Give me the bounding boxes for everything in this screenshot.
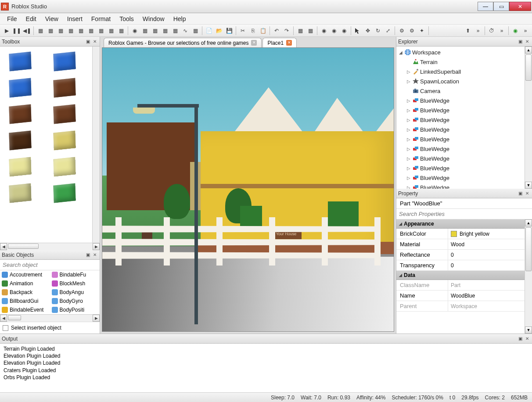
expand-icon[interactable]: ▷	[406, 79, 411, 84]
expand-icon[interactable]: ▷	[406, 185, 411, 189]
expand-icon[interactable]: ▷	[406, 156, 411, 161]
property-row[interactable]: ParentWorkspace	[396, 301, 525, 312]
scroll-right-icon[interactable]: ▶	[93, 315, 100, 322]
expand-icon[interactable]: ▷	[406, 137, 411, 142]
select-inserted-checkbox[interactable]	[3, 325, 8, 331]
menu-format[interactable]: Format	[87, 14, 115, 24]
select-inserted-row[interactable]: Select inserted object	[0, 322, 100, 334]
menu-window[interactable]: Window	[138, 14, 169, 24]
toolbox-item[interactable]	[3, 75, 38, 100]
expand-icon[interactable]: ▷	[406, 127, 411, 132]
toolbar-icon[interactable]: ▦	[191, 26, 200, 36]
tree-row[interactable]: ▷LinkedSuperball	[396, 67, 525, 76]
popout-icon[interactable]: ▣	[517, 39, 523, 45]
paste-icon[interactable]: 📋	[258, 26, 268, 36]
popout-icon[interactable]: ▣	[517, 190, 523, 197]
property-row[interactable]: ClassNamePart	[396, 280, 525, 291]
toolbar-icon[interactable]: ◉	[130, 26, 140, 36]
toolbox-item[interactable]	[3, 128, 38, 153]
toolbox-item[interactable]	[47, 75, 82, 100]
popout-icon[interactable]: ▣	[85, 39, 91, 45]
basic-object-item[interactable]: Backpack	[0, 288, 50, 297]
popout-icon[interactable]: ▣	[85, 252, 91, 258]
dropdown-icon[interactable]: »	[497, 26, 507, 36]
toolbox-item[interactable]	[47, 154, 82, 179]
scroll-thumb[interactable]	[8, 315, 21, 320]
close-icon[interactable]: ✕	[524, 190, 530, 197]
toolbar-icon[interactable]: ⬆	[463, 26, 473, 36]
toolbar-icon[interactable]: ◉	[319, 26, 329, 36]
rotate-icon[interactable]: ↻	[373, 26, 383, 36]
expand-icon[interactable]: ▷	[406, 176, 411, 180]
viewport-3d[interactable]: Your House	[102, 47, 394, 332]
property-section-header[interactable]: ◢Data	[396, 271, 525, 280]
basic-object-item[interactable]: BodyPositi	[50, 305, 100, 314]
scroll-thumb[interactable]	[525, 54, 532, 81]
property-scrollbar[interactable]: ▲ ▼	[525, 219, 532, 334]
toolbar-icon[interactable]: ▦	[56, 26, 65, 36]
basic-object-item[interactable]: BodyGyro	[50, 297, 100, 305]
toolbar-icon[interactable]: ▦	[150, 26, 160, 36]
expand-icon[interactable]: ▷	[406, 98, 411, 103]
scale-icon[interactable]: ⤢	[383, 26, 393, 36]
tree-row[interactable]: ▷BlueWedge	[396, 125, 525, 134]
new-icon[interactable]: 📄	[204, 26, 214, 36]
toolbar-icon[interactable]: ▦	[295, 26, 305, 36]
toolbar-icon[interactable]: ⚙	[407, 26, 417, 36]
scroll-right-icon[interactable]: ▶	[93, 243, 100, 250]
toolbar-icon[interactable]: ▦	[170, 26, 180, 36]
tree-row[interactable]: ▷SpawnLocation	[396, 76, 525, 86]
dropdown-icon[interactable]: »	[473, 26, 483, 36]
toolbar-icon[interactable]: ⚙	[397, 26, 406, 36]
property-row[interactable]: Transparency0	[396, 260, 525, 271]
collapse-icon[interactable]: ◢	[399, 273, 402, 277]
toolbox-item[interactable]	[47, 128, 82, 153]
property-value[interactable]: Bright yellow	[448, 229, 525, 239]
toolbar-icon[interactable]: ✦	[417, 26, 427, 36]
save-icon[interactable]: 💾	[224, 26, 234, 36]
tree-row[interactable]: ▷BlueWedge	[396, 144, 525, 154]
toolbox-item[interactable]	[3, 181, 38, 205]
open-icon[interactable]: 📂	[214, 26, 224, 36]
toolbar-icon[interactable]: ◉	[329, 26, 339, 36]
toolbox-item[interactable]	[47, 102, 82, 126]
menu-file[interactable]: File	[3, 14, 22, 24]
tab-roblox-games[interactable]: Roblox Games - Browse our selections of …	[104, 38, 262, 47]
property-section-header[interactable]: ◢Appearance	[396, 219, 525, 229]
basic-object-item[interactable]: BlockMesh	[50, 279, 100, 288]
toolbar-icon[interactable]: ▦	[46, 26, 55, 36]
menu-help[interactable]: Help	[169, 14, 191, 24]
tree-row[interactable]: ▷BlueWedge	[396, 134, 525, 144]
toolbox-scrollbar[interactable]	[92, 47, 100, 243]
copy-icon[interactable]: ⎘	[248, 26, 258, 36]
expand-icon[interactable]: ▷	[406, 118, 411, 122]
play-icon[interactable]: ▶	[2, 26, 11, 36]
property-search-input[interactable]	[396, 209, 532, 219]
basic-object-item[interactable]: BillboardGui	[0, 297, 50, 305]
close-icon[interactable]: ✕	[92, 39, 98, 45]
menu-view[interactable]: View	[41, 14, 63, 24]
minimize-button[interactable]: —	[478, 2, 493, 11]
close-button[interactable]: ✕	[509, 2, 531, 11]
dropdown-icon[interactable]: »	[521, 26, 530, 36]
toolbar-icon[interactable]: ▦	[86, 26, 96, 36]
toolbox-item[interactable]	[3, 154, 38, 179]
toolbar-icon[interactable]: ▦	[116, 26, 126, 36]
toolbar-icon[interactable]: ▦	[306, 26, 315, 36]
scroll-left-icon[interactable]: ◀	[0, 243, 7, 250]
collapse-icon[interactable]: ◢	[398, 50, 403, 55]
tree-row[interactable]: ▷BlueWedge	[396, 183, 525, 189]
scroll-thumb[interactable]	[8, 244, 39, 249]
step-back-icon[interactable]: ◀❚	[22, 26, 32, 36]
collapse-icon[interactable]: ◢	[399, 222, 402, 226]
maximize-button[interactable]: ▭	[493, 2, 509, 11]
expand-icon[interactable]: ▷	[406, 166, 411, 171]
menu-insert[interactable]: Insert	[63, 14, 87, 24]
tree-row[interactable]: ▷BlueWedge	[396, 173, 525, 183]
basic-object-item[interactable]: Accoutrement	[0, 270, 50, 279]
popout-icon[interactable]: ▣	[517, 336, 523, 342]
basic-object-item[interactable]: Animation	[0, 279, 50, 288]
tree-row[interactable]: ▷BlueWedge	[396, 115, 525, 125]
scroll-thumb[interactable]	[525, 227, 532, 271]
toolbar-icon[interactable]: ∿	[180, 26, 190, 36]
